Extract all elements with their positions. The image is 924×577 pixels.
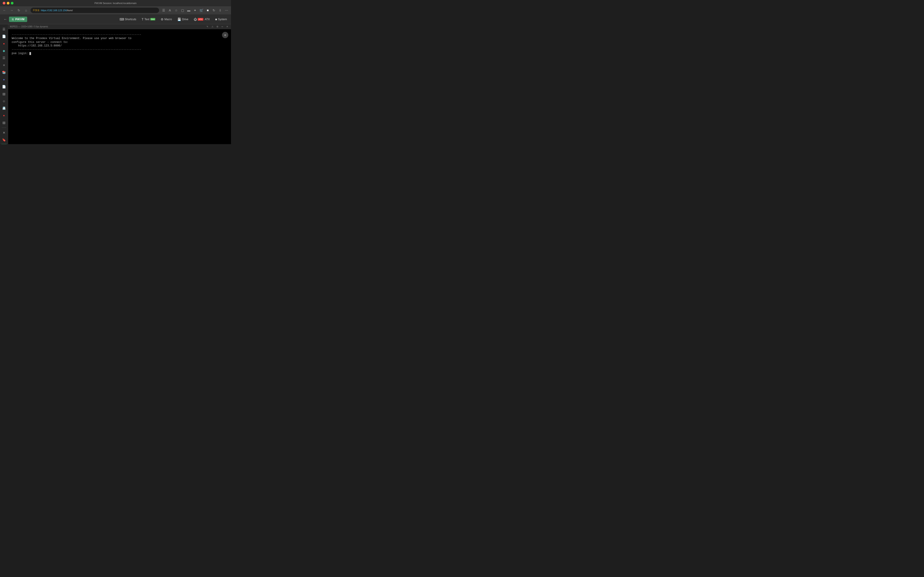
pikvm-back-button[interactable]: ←	[2, 16, 9, 23]
screenshot-button[interactable]: ▢	[180, 8, 185, 13]
shopping-button[interactable]: 🛒	[199, 8, 204, 13]
collections-button[interactable]: ◽	[205, 8, 210, 13]
macro-label: Macro	[165, 18, 172, 21]
text-icon: T	[142, 18, 144, 21]
stream-settings-button[interactable]: ⚙	[215, 25, 219, 29]
back-nav-button[interactable]: ←	[2, 8, 7, 13]
maximize-window-button[interactable]	[11, 2, 13, 5]
text-button[interactable]: T Text New	[139, 17, 158, 22]
sidebar-item-user[interactable]: ☺	[1, 98, 7, 104]
macro-button[interactable]: ⚙ Macro	[158, 17, 174, 22]
header-nav: ⌨ Shortcuts T Text New ⚙ Macro 💾 Drive	[117, 17, 229, 22]
terminal-url: https://192.168.123.5:8006/	[12, 44, 228, 48]
terminal-welcome-2: configure this server - connect to:	[12, 40, 228, 44]
url-display: https://192.168.123.156/kvm/	[41, 9, 73, 12]
pikvm-header: ← π PiKVM ⌨ Shortcuts T Text New ⚙ Macro	[0, 15, 231, 24]
stream-close-button[interactable]: ✕	[225, 25, 229, 29]
terminal-dashes-bottom: ----------------------------------------…	[12, 48, 228, 52]
sidebar-item-diamond[interactable]: ◆	[1, 48, 7, 54]
close-window-button[interactable]	[3, 2, 5, 5]
terminal-cursor	[29, 52, 31, 55]
address-bar[interactable]: 不安全 https://192.168.123.156/kvm/	[31, 8, 159, 13]
browser-titlebar: PiKVM Session: localhost.localdomain	[0, 0, 231, 6]
macro-icon: ⚙	[161, 18, 163, 21]
stream-controls: ✎ ⚠ ⚙ ⇨ ✕	[205, 25, 229, 29]
reload-nav-button[interactable]: ↻	[16, 8, 21, 13]
stream-expand-button[interactable]: ⇨	[220, 25, 224, 29]
sidebar-divider	[2, 127, 6, 128]
bookmark-button[interactable]: ☆	[173, 8, 179, 13]
downloads-button[interactable]: ⇩	[218, 8, 223, 13]
browser-window: PiKVM Session: localhost.localdomain ← →…	[0, 0, 231, 144]
shortcuts-label: Shortcuts	[125, 18, 136, 21]
atx-badge: ATX	[198, 18, 204, 21]
browser-title: PiKVM Session: localhost.localdomain	[94, 2, 136, 5]
main-content: MJPEG — 1920×1080 / 5 fps dynamic ✎ ⚠ ⚙ …	[8, 24, 231, 144]
url-protocol: https://192.168.123.156	[41, 9, 67, 12]
terminal-display[interactable]: ⊙ --------------------------------------…	[8, 29, 231, 144]
stream-bar: MJPEG — 1920×1080 / 5 fps dynamic ✎ ⚠ ⚙ …	[8, 24, 231, 29]
forward-nav-button[interactable]: →	[9, 8, 15, 13]
atx-button[interactable]: ⏻ ATX ATX	[191, 17, 212, 22]
sidebar-item-file[interactable]: 📄	[1, 33, 7, 40]
stream-pencil-button[interactable]: ✎	[205, 25, 210, 29]
sidebar-bottom: ✕ 🔖 π +	[1, 129, 7, 144]
sidebar-item-list[interactable]: ≡	[1, 62, 7, 68]
system-button[interactable]: ■ System	[213, 17, 229, 22]
sidebar-item-bookmark[interactable]: 🔖	[1, 137, 7, 143]
security-warning: 不安全	[33, 9, 40, 12]
toolbar-actions: ☰ A ☆ ▢ ▬ ✦ 🛒 ◽ ↻ ⇩ ⋯	[161, 8, 229, 13]
shortcuts-button[interactable]: ⌨ Shortcuts	[117, 17, 139, 22]
menu-button[interactable]: ⋯	[224, 8, 229, 13]
drive-icon: 💾	[177, 18, 181, 21]
terminal-login: pve login:	[12, 52, 228, 55]
pikvm-logo-icon: π	[12, 18, 14, 21]
sidebar-item-red1[interactable]: ●	[1, 40, 7, 47]
sidebar-item-close[interactable]: ✕	[1, 129, 7, 136]
sidebar: ☰ 📄 ● ◆ ☰ ≡ 📚 ● 📄 ▤ ☺ 📇 ● ▤ ✕ 🔖 π	[0, 24, 8, 144]
terminal-welcome-1: Welcome to the Proxmox Virtual Environme…	[12, 37, 228, 40]
sidebar-item-note[interactable]: 📄	[1, 84, 7, 90]
stream-warning-button[interactable]: ⚠	[210, 25, 214, 29]
system-label: System	[218, 18, 227, 21]
refresh-icon[interactable]: ↻	[211, 8, 216, 13]
sidebar-item-doc[interactable]: 📇	[1, 105, 7, 111]
pikvm-body: ☰ 📄 ● ◆ ☰ ≡ 📚 ● 📄 ▤ ☺ 📇 ● ▤ ✕ 🔖 π	[0, 24, 231, 144]
extensions-button[interactable]: ✦	[192, 8, 198, 13]
sidebar-item-book[interactable]: 📚	[1, 69, 7, 76]
drive-label: Drive	[182, 18, 188, 21]
sidebar-item-circle[interactable]: ●	[1, 76, 7, 83]
reader-button[interactable]: A	[167, 8, 173, 13]
url-path: /kvm/	[67, 9, 73, 12]
pikvm-logo: π PiKVM	[9, 17, 27, 22]
text-new-badge: New	[150, 18, 155, 21]
stream-info: MJPEG — 1920×1080 / 5 fps dynamic	[10, 25, 48, 28]
atx-label: ATX	[205, 18, 210, 21]
browser-toolbar: ← → ↻ ⌂ 不安全 https://192.168.123.156/kvm/…	[0, 6, 231, 15]
drive-button[interactable]: 💾 Drive	[175, 17, 191, 22]
pikvm-app: ← π PiKVM ⌨ Shortcuts T Text New ⚙ Macro	[0, 15, 231, 144]
text-label: Text	[144, 18, 149, 21]
minimize-window-button[interactable]	[7, 2, 10, 5]
terminal-dashes-top: ----------------------------------------…	[12, 33, 228, 37]
system-icon: ■	[215, 18, 217, 21]
sidebar-item-menu[interactable]: ☰	[1, 26, 7, 32]
sidebar-item-pi[interactable]: π	[1, 144, 7, 144]
shortcuts-icon: ⌨	[120, 18, 124, 21]
power-icon: ⏻	[194, 18, 197, 21]
translate-button[interactable]: ☰	[161, 8, 166, 13]
sidebar-item-list2[interactable]: ▤	[1, 119, 7, 126]
window-controls	[3, 2, 13, 5]
sidebar-item-chart[interactable]: ▤	[1, 91, 7, 97]
home-nav-button[interactable]: ⌂	[23, 8, 29, 13]
sidebar-item-red2[interactable]: ●	[1, 112, 7, 119]
sidebar-item-clipboard[interactable]: ☰	[1, 55, 7, 61]
pikvm-logo-text: PiKVM	[15, 18, 24, 21]
scroll-button[interactable]: ⊙	[222, 32, 228, 38]
edge-button[interactable]: ▬	[186, 8, 191, 13]
